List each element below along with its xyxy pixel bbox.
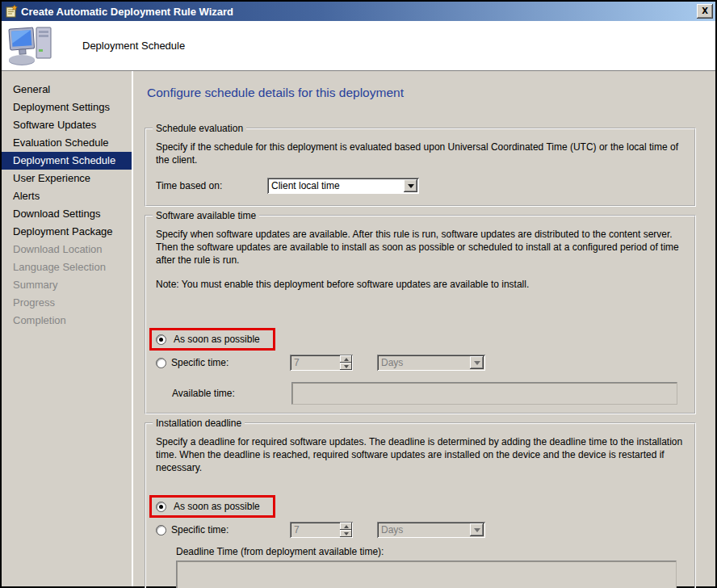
software-available-time-group: Software available time Specify when sof…: [145, 215, 696, 414]
available-time-label: Available time:: [172, 388, 291, 399]
sidebar-item-deployment-schedule[interactable]: Deployment Schedule: [2, 152, 132, 170]
deadline-interval-spinner: 7: [290, 522, 353, 538]
annotation-box-available: As soon as possible: [149, 328, 275, 351]
available-interval-spinner: 7: [290, 355, 353, 371]
spinner-value: 7: [290, 357, 340, 368]
sidebar-item-language-selection: Language Selection: [2, 258, 132, 276]
sidebar-item-evaluation-schedule[interactable]: Evaluation Schedule: [2, 134, 132, 152]
spinner-down-icon: [340, 363, 352, 370]
sidebar-item-deployment-settings[interactable]: Deployment Settings: [2, 99, 132, 116]
wizard-content: Configure schedule details for this depl…: [133, 71, 715, 588]
chevron-down-icon[interactable]: [404, 179, 417, 192]
time-based-on-value: Client local time: [267, 180, 404, 191]
sidebar-item-summary: Summary: [2, 276, 132, 294]
sidebar-item-deployment-package[interactable]: Deployment Package: [2, 223, 132, 241]
deadline-time-label: Deadline Time (from deployment available…: [176, 546, 685, 557]
sidebar-item-general[interactable]: General: [2, 81, 132, 99]
sidebar-item-download-settings[interactable]: Download Settings: [2, 205, 132, 223]
sidebar-item-progress: Progress: [2, 294, 132, 312]
available-asap-radio[interactable]: [156, 334, 166, 345]
wizard-steps-sidebar: General Deployment Settings Software Upd…: [2, 71, 133, 586]
sidebar-item-software-updates[interactable]: Software Updates: [2, 116, 132, 134]
page-title: Deployment Schedule: [82, 40, 185, 52]
chevron-down-icon: [470, 523, 484, 536]
chevron-down-icon: [470, 356, 484, 369]
software-available-description: Specify when software updates are availa…: [156, 228, 685, 267]
time-based-on-dropdown[interactable]: Client local time: [267, 178, 419, 194]
unit-value: Days: [377, 357, 470, 368]
software-available-note: Note: You must enable this deployment be…: [156, 278, 685, 291]
wizard-header: Deployment Schedule: [2, 21, 715, 71]
schedule-evaluation-group: Schedule evaluation Specify if the sched…: [145, 128, 696, 207]
titlebar: Create Automatic Deployment Rule Wizard …: [2, 2, 715, 21]
wizard-icon: [5, 5, 18, 18]
deadline-asap-label: As soon as possible: [174, 501, 260, 512]
deadline-specific-time-label: Specific time:: [171, 524, 290, 536]
installation-deadline-group: Installation deadline Specify a deadline…: [145, 422, 696, 588]
available-unit-dropdown: Days: [377, 355, 485, 371]
spinner-up-icon: [340, 355, 352, 363]
annotation-box-deadline: As soon as possible: [149, 495, 275, 518]
sidebar-item-completion: Completion: [2, 312, 132, 330]
computer-icon: [8, 25, 55, 67]
available-time-field: [291, 382, 677, 405]
group-legend: Schedule evaluation: [153, 123, 246, 134]
deadline-specific-time-radio[interactable]: [156, 525, 166, 536]
wizard-window: Create Automatic Deployment Rule Wizard …: [0, 0, 717, 588]
content-heading: Configure schedule details for this depl…: [147, 86, 696, 100]
close-icon[interactable]: X: [697, 4, 713, 19]
sidebar-item-download-location: Download Location: [2, 241, 132, 258]
window-title: Create Automatic Deployment Rule Wizard: [21, 6, 697, 18]
group-legend: Software available time: [153, 210, 259, 221]
available-specific-time-radio[interactable]: [156, 358, 166, 368]
group-legend: Installation deadline: [153, 418, 245, 429]
available-asap-label: As soon as possible: [174, 334, 260, 345]
spinner-down-icon: [340, 530, 352, 537]
deadline-asap-radio[interactable]: [156, 502, 166, 512]
available-specific-time-label: Specific time:: [171, 357, 290, 368]
deadline-unit-dropdown: Days: [377, 522, 485, 538]
schedule-evaluation-description: Specify if the schedule for this deploym…: [156, 141, 685, 166]
sidebar-item-user-experience[interactable]: User Experience: [2, 170, 132, 187]
time-based-on-label: Time based on:: [156, 180, 267, 191]
spinner-up-icon: [340, 523, 352, 530]
unit-value: Days: [377, 524, 470, 536]
spinner-value: 7: [290, 524, 340, 536]
installation-deadline-description: Specify a deadline for required software…: [156, 435, 685, 474]
sidebar-item-alerts[interactable]: Alerts: [2, 187, 132, 205]
deadline-time-field: [176, 561, 677, 588]
